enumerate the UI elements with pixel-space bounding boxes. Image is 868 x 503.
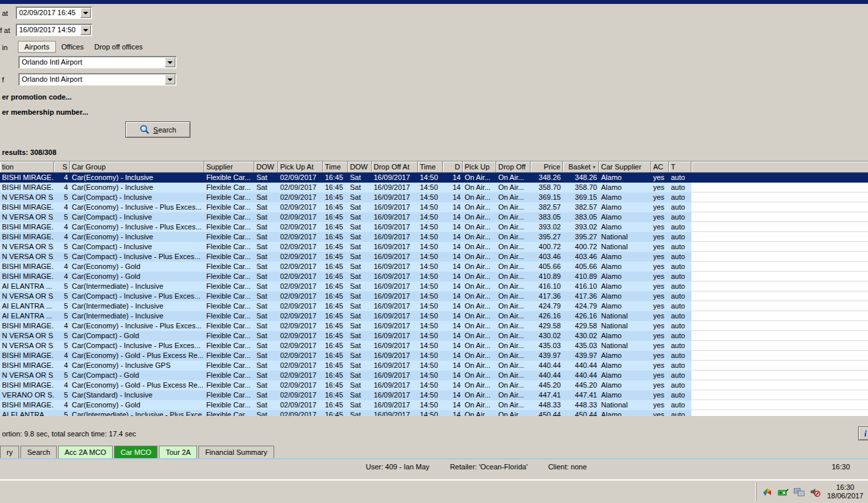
column-header-drop-off-at[interactable]: Drop Off At — [372, 162, 418, 173]
table-row[interactable]: N VERSA OR S...5Car(Compact) - Inclusive… — [0, 252, 868, 262]
column-header-time[interactable]: Time — [323, 162, 348, 173]
pickup-datetime-combo[interactable]: 02/09/2017 16:45 — [16, 7, 92, 19]
column-header-drop-off[interactable]: Drop Off — [496, 162, 531, 173]
statusbar-user: User: 409 - Ian May — [366, 463, 430, 471]
cell-t: auto — [669, 311, 691, 321]
table-row[interactable]: N VERSA OR S...5Car(Compact) - GoldFlexi… — [0, 370, 868, 380]
bottom-tab-tour-2a[interactable]: Tour 2A — [159, 446, 197, 458]
table-row[interactable]: BISHI MIRAGE...4Car(Economy) - Inclusive… — [0, 222, 868, 232]
location-tab-offices[interactable]: Offices — [56, 42, 89, 52]
cell-dow-dropoff: Sat — [348, 202, 372, 212]
dropoff-datetime-combo[interactable]: 16/09/2017 14:50 — [16, 24, 92, 36]
column-header-tion[interactable]: tion — [0, 162, 54, 173]
cell-price: 424.79 — [531, 301, 563, 311]
table-row[interactable]: BISHI MIRAGE...4Car(Economy) - Gold - Pl… — [0, 351, 868, 361]
table-row[interactable]: BISHI MIRAGE...4Car(Economy) - Inclusive… — [0, 232, 868, 242]
dropoff-location-dropdown-button[interactable] — [165, 74, 175, 84]
column-header-dow[interactable]: DOW — [254, 162, 278, 173]
bottom-tab-financial-summary[interactable]: Financial Summary — [198, 446, 274, 458]
taskbar[interactable]: 16:30 18/06/2017 — [0, 481, 868, 503]
column-header-basket[interactable]: Basket▼ — [563, 162, 599, 173]
column-header-d[interactable]: D — [443, 162, 463, 173]
pickup-datetime-dropdown-button[interactable] — [80, 8, 91, 18]
table-row[interactable]: N VERSA OR S...5Car(Compact) - Inclusive… — [0, 341, 868, 351]
table-row[interactable]: AI ELANTRA ...5Car(Intermediate) - Inclu… — [0, 281, 868, 291]
cell-basket: 439.97 — [563, 351, 599, 361]
location-tab-drop-off-offices[interactable]: Drop off offices — [89, 42, 148, 52]
table-row[interactable]: AI ELANTRA ...5Car(Intermediate) - Inclu… — [0, 301, 868, 311]
cell-price: 440.44 — [531, 361, 563, 370]
chevron-down-icon — [83, 12, 88, 15]
column-header-price[interactable]: Price — [531, 162, 563, 173]
cell-pickup-date: 02/09/2017 — [278, 212, 323, 222]
cell-ac: yes — [651, 410, 669, 416]
dropoff-datetime-dropdown-button[interactable] — [80, 25, 91, 35]
pickup-location-combo[interactable]: Orlando Intl Airport — [18, 56, 177, 69]
bottom-tab-ry[interactable]: ry — [0, 446, 19, 458]
cell-pickup-date: 02/09/2017 — [278, 370, 323, 380]
search-button[interactable]: Search — [125, 121, 190, 138]
table-row[interactable]: BISHI MIRAGE...4Car(Economy) - GoldFlexi… — [0, 262, 868, 272]
pickup-location-dropdown-button[interactable] — [165, 57, 175, 67]
cell-dropoff-date: 16/09/2017 — [372, 272, 418, 281]
column-header-supplier[interactable]: Supplier — [204, 162, 254, 173]
table-row[interactable]: BISHI MIRAGE...4Car(Economy) - Inclusive… — [0, 183, 868, 192]
bottom-tab-search[interactable]: Search — [20, 446, 57, 458]
cell-dow-pickup: Sat — [254, 192, 278, 202]
cell-car-supplier: Alamo — [599, 222, 651, 232]
cell-dropoff-date: 16/09/2017 — [372, 410, 418, 416]
cell-description: N VERSA OR S... — [0, 242, 54, 252]
table-row[interactable]: N VERSA OR S...5Car(Compact) - Inclusive… — [0, 242, 868, 252]
cell-dropoff-date: 16/09/2017 — [372, 331, 418, 341]
info-button[interactable]: i — [858, 427, 868, 440]
table-row[interactable]: AI ELANTRA ...5Car(Intermediate) - Inclu… — [0, 410, 868, 416]
column-header-pick-up-at[interactable]: Pick Up At — [278, 162, 323, 173]
table-row[interactable]: BISHI MIRAGE...4Car(Economy) - Inclusive… — [0, 173, 868, 183]
table-row[interactable]: AI ELANTRA ...5Car(Intermediate) - Inclu… — [0, 311, 868, 321]
column-header-s[interactable]: S — [54, 162, 70, 173]
cell-dow-dropoff: Sat — [348, 400, 372, 410]
cell-s: 5 — [54, 281, 70, 291]
bottom-tab-car-mco[interactable]: Car MCO — [114, 446, 158, 458]
cell-basket: 417.36 — [563, 291, 599, 301]
table-row[interactable]: BISHI MIRAGE...4Car(Economy) - Inclusive… — [0, 361, 868, 370]
cell-basket: 440.44 — [563, 370, 599, 380]
cell-supplier: Flexible Car... — [204, 341, 254, 351]
tray-antivirus-icon[interactable] — [762, 487, 773, 498]
promotion-code-link[interactable]: er promotion code... — [2, 93, 72, 101]
cell-dow-pickup: Sat — [254, 242, 278, 252]
table-row[interactable]: N VERSA OR S...5Car(Compact) - Inclusive… — [0, 192, 868, 202]
cell-dow-pickup: Sat — [254, 173, 278, 183]
table-row[interactable]: N VERSA OR S...5Car(Compact) - Inclusive… — [0, 291, 868, 301]
cell-pickup-loc: On Air... — [463, 321, 496, 331]
cell-pickup-loc: On Air... — [463, 291, 496, 301]
membership-number-link[interactable]: er membership number... — [2, 108, 88, 116]
column-header-ac[interactable]: AC — [651, 162, 669, 173]
column-header-time[interactable]: Time — [418, 162, 443, 173]
cell-dropoff-time: 14:50 — [418, 331, 443, 341]
table-row[interactable]: N VERSA OR S...5Car(Compact) - GoldFlexi… — [0, 331, 868, 341]
cell-pickup-time: 16:45 — [323, 232, 348, 242]
tray-network-computers-icon[interactable] — [794, 487, 805, 498]
table-row[interactable]: BISHI MIRAGE...4Car(Economy) - Gold - Pl… — [0, 380, 868, 390]
cell-s: 5 — [54, 242, 70, 252]
table-row[interactable]: BISHI MIRAGE...4Car(Economy) - GoldFlexi… — [0, 400, 868, 410]
cell-days: 14 — [443, 262, 463, 272]
column-header-pick-up[interactable]: Pick Up — [463, 162, 496, 173]
location-tab-airports[interactable]: Airports — [18, 41, 56, 53]
table-row[interactable]: BISHI MIRAGE...4Car(Economy) - GoldFlexi… — [0, 272, 868, 281]
dropoff-location-combo[interactable]: Orlando Intl Airport — [18, 73, 177, 86]
table-row[interactable]: BISHI MIRAGE...4Car(Economy) - Inclusive… — [0, 202, 868, 212]
column-header-car-group[interactable]: Car Group — [70, 162, 204, 173]
column-header-t[interactable]: T — [669, 162, 691, 173]
column-header-dow[interactable]: DOW — [348, 162, 372, 173]
table-row[interactable]: BISHI MIRAGE...4Car(Economy) - Inclusive… — [0, 321, 868, 331]
bottom-tab-acc-2a-mco[interactable]: Acc 2A MCO — [58, 446, 113, 458]
column-header-car-supplier[interactable]: Car Supplier — [599, 162, 651, 173]
cell-price: 430.02 — [531, 331, 563, 341]
table-row[interactable]: N VERSA OR S...5Car(Compact) - Inclusive… — [0, 212, 868, 222]
tray-network-card-icon[interactable] — [778, 487, 789, 498]
tray-volume-muted-icon[interactable] — [809, 487, 821, 498]
cell-pickup-date: 02/09/2017 — [278, 301, 323, 311]
table-row[interactable]: VERANO OR S...5Car(Standard) - Inclusive… — [0, 390, 868, 400]
